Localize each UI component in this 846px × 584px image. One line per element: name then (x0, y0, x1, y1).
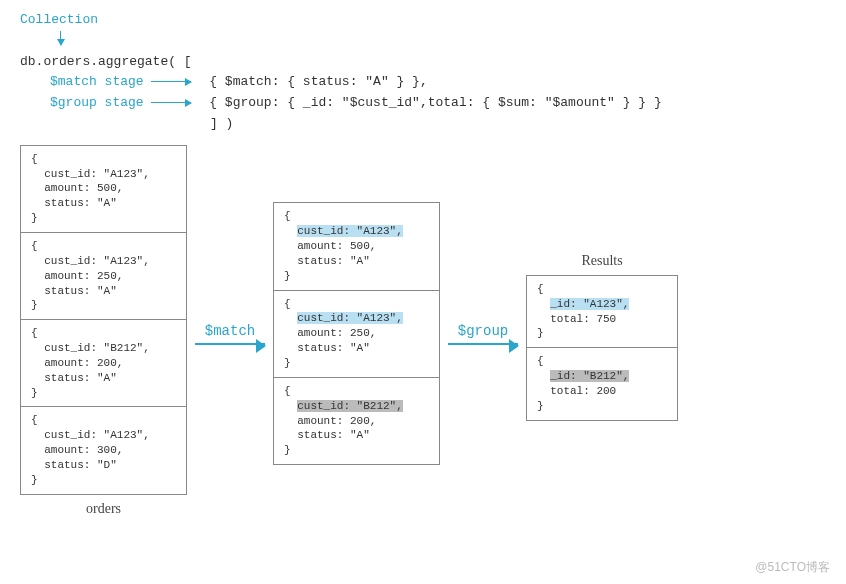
code-open: db.orders.aggregate( [ (20, 52, 826, 73)
results-box: { _id: "A123", total: 750 }{ _id: "B212"… (526, 275, 678, 421)
orders-box: { cust_id: "A123", amount: 500, status: … (20, 145, 187, 495)
arrow-right-icon (195, 343, 265, 345)
order-doc: { cust_id: "A123", amount: 500, status: … (21, 146, 186, 232)
result-doc: { _id: "A123", total: 750 } (527, 276, 677, 347)
match-arrow: $match (195, 323, 265, 345)
order-doc: { cust_id: "A123", amount: 300, status: … (21, 406, 186, 493)
matched-doc: { cust_id: "B212", amount: 200, status: … (274, 377, 439, 464)
orders-column: { cust_id: "A123", amount: 500, status: … (20, 145, 187, 523)
arrow-right-icon (151, 102, 191, 103)
matched-doc: { cust_id: "A123", amount: 500, status: … (274, 203, 439, 289)
order-doc: { cust_id: "A123", amount: 250, status: … (21, 232, 186, 319)
orders-title: orders (86, 501, 121, 517)
arrow-right-icon (151, 81, 191, 82)
results-title: Results (581, 253, 622, 269)
matched-doc: { cust_id: "A123", amount: 250, status: … (274, 290, 439, 377)
results-column: Results { _id: "A123", total: 750 }{ _id… (526, 247, 678, 421)
matched-column: { cust_id: "A123", amount: 500, status: … (273, 202, 440, 465)
result-doc: { _id: "B212", total: 200 } (527, 347, 677, 419)
arrow-down-icon (60, 31, 61, 45)
group-stage-label: $group stage (50, 95, 144, 110)
match-expression: { $match: { status: "A" } }, (209, 74, 427, 89)
match-stage-label: $match stage (50, 74, 144, 89)
match-arrow-label: $match (205, 323, 255, 339)
collection-label: Collection (20, 12, 98, 27)
code-block: Collection db.orders.aggregate( [ $match… (20, 10, 826, 135)
group-arrow-label: $group (458, 323, 508, 339)
matched-box: { cust_id: "A123", amount: 500, status: … (273, 202, 440, 465)
group-arrow: $group (448, 323, 518, 345)
pipeline-diagram: { cust_id: "A123", amount: 500, status: … (20, 145, 826, 523)
order-doc: { cust_id: "B212", amount: 200, status: … (21, 319, 186, 406)
group-expression: { $group: { _id: "$cust_id",total: { $su… (209, 95, 661, 110)
arrow-right-icon (448, 343, 518, 345)
code-close: ] ) (20, 114, 826, 135)
